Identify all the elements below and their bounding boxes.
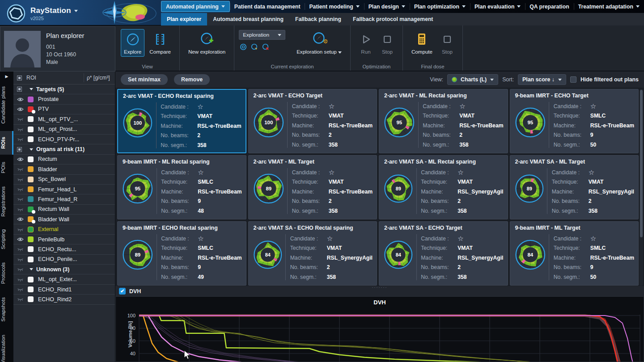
nav-tab-treatment-adaptation[interactable]: Treatment adaptation (574, 1, 644, 12)
candidate-star-icon[interactable]: ☆ (459, 103, 465, 109)
compute-button[interactable]: Compute (408, 29, 436, 57)
stop-optimization-button[interactable]: Stop (377, 29, 397, 57)
remove-button[interactable]: Remove (174, 74, 210, 85)
side-tab-candidate-plans[interactable]: Candidate plans (0, 80, 13, 130)
collapse-arrow-icon[interactable]: ▶ (0, 72, 13, 80)
plan-card-2-arc-vmat-ml-rectal-sparing[interactable]: 2-arc VMAT - ML Rectal sparing95Candidat… (379, 89, 508, 153)
nav-tab-patient-data-management[interactable]: Patient data management (230, 1, 305, 12)
splitter-handle[interactable]: ······· (372, 285, 388, 290)
candidate-star-icon[interactable]: ☆ (327, 236, 333, 242)
roi-group-targets-5[interactable]: Targets (5) (13, 84, 115, 94)
roi-row-ml-opt-exter[interactable]: ML_opt_Exter... (13, 274, 115, 284)
explore-button[interactable]: Explore (121, 29, 144, 57)
sort-select[interactable]: Plan score ↓ (518, 74, 566, 85)
roi-row-bladder-wall[interactable]: Bladder Wall (13, 215, 115, 224)
roi-row-ml-opt-ptv[interactable]: ML_opt_PTV_... (13, 114, 115, 124)
nav-tab-plan-optimization[interactable]: Plan optimization (410, 1, 470, 12)
roi-row-echo-rind1[interactable]: ECHO_Rind1 (13, 285, 115, 295)
exploration-copy-icon[interactable] (240, 43, 247, 51)
roi-row-femur-head-r[interactable]: Femur_Head_R (13, 194, 115, 204)
candidate-star-icon[interactable]: ☆ (329, 103, 335, 109)
side-tab-protocols[interactable]: Protocols (0, 257, 13, 290)
visibility-toggle[interactable] (17, 187, 28, 192)
exploration-select[interactable]: Exploration (239, 30, 285, 40)
visibility-toggle[interactable] (17, 217, 28, 222)
visibility-toggle[interactable] (17, 257, 28, 262)
plan-card-9-beam-imrt-ml-rectal-sparing[interactable]: 9-beam IMRT - ML Rectal sparing95Candida… (117, 155, 246, 219)
plan-card-2-arc-vmat-echo-rectal-sparing[interactable]: 2-arc VMAT - ECHO Rectal sparing100Candi… (117, 89, 246, 153)
plan-card-2-arc-vmat-sa-ml-rectal-sparing[interactable]: 2-arc VMAT SA - ML Rectal sparing89Candi… (379, 155, 508, 219)
visibility-toggle[interactable] (17, 127, 28, 132)
visibility-toggle[interactable] (17, 247, 28, 252)
nav-tab-automated-planning[interactable]: Automated planning (161, 1, 230, 12)
hide-filtered-checkbox[interactable] (570, 76, 576, 83)
side-tab-scripting[interactable]: Scripting (0, 223, 13, 255)
roi-row-external[interactable]: External (13, 224, 115, 234)
roi-row-echo-penile[interactable]: ECHO_Penile... (13, 255, 115, 265)
visibility-toggle[interactable] (17, 297, 28, 302)
side-tab-visualization[interactable]: Visualization (0, 329, 13, 362)
visibility-toggle[interactable] (17, 237, 28, 242)
visibility-toggle[interactable] (17, 277, 28, 282)
side-tab-pois[interactable]: POIs (0, 156, 13, 179)
visibility-toggle[interactable] (17, 107, 28, 112)
side-tab-snapshots[interactable]: Snapshots (0, 291, 13, 328)
nav-tab-qa-preparation[interactable]: QA preparation (525, 1, 573, 12)
app-brand[interactable]: RayStation v2025 (6, 4, 78, 23)
roi-row-echo-ptv-pr[interactable]: ECHO_PTV-Pr... (13, 135, 115, 144)
visibility-toggle[interactable] (17, 197, 28, 202)
candidate-star-icon[interactable]: ☆ (198, 236, 203, 242)
plan-card-9-beam-imrt-echo-target[interactable]: 9-beam IMRT - ECHO Target95Candidate :☆T… (510, 89, 639, 153)
nav-tab-plan-design[interactable]: Plan design (364, 1, 410, 12)
candidate-star-icon[interactable]: ☆ (589, 169, 594, 176)
select-all-checkbox[interactable] (17, 76, 22, 80)
roi-row-bladder[interactable]: Bladder (13, 164, 115, 174)
roi-row-rectum[interactable]: Rectum (13, 155, 115, 164)
roi-row-femur-head-l[interactable]: Femur_Head_L (13, 185, 115, 194)
dvh-plot[interactable] (116, 297, 644, 362)
plan-card-2-arc-vmat-sa-ml-target[interactable]: 2-arc VMAT SA - ML Target89Candidate :☆T… (510, 155, 639, 219)
visibility-toggle[interactable] (17, 177, 28, 182)
visibility-toggle[interactable] (17, 137, 28, 142)
exploration-edit-icon[interactable] (251, 43, 258, 51)
cards-scrollbar[interactable] (640, 89, 643, 286)
subnav-tab-plan-explorer[interactable]: Plan explorer (161, 13, 207, 25)
nav-tab-patient-modeling[interactable]: Patient modeling (305, 1, 364, 12)
set-minmax-button[interactable]: Set min/max (121, 74, 168, 85)
subnav-tab-fallback-planning[interactable]: Fallback planning (289, 13, 347, 25)
exploration-delete-icon[interactable] (262, 43, 269, 51)
roi-row-ml-opt-prost[interactable]: ML_opt_Prost... (13, 125, 115, 135)
visibility-toggle[interactable] (17, 167, 28, 172)
candidate-star-icon[interactable]: ☆ (458, 236, 463, 242)
plan-card-2-arc-vmat-sa-echo-rectal-sparing[interactable]: 2-arc VMAT SA - ECHO Rectal sparing84Can… (248, 221, 377, 286)
subnav-tab-automated-breast-planning[interactable]: Automated breast planning (207, 13, 289, 25)
visibility-toggle[interactable] (17, 207, 28, 212)
roi-row-rectum-wall[interactable]: Rectum Wall (13, 205, 115, 215)
candidate-star-icon[interactable]: ☆ (197, 104, 203, 110)
roi-row-echo-rectu[interactable]: ECHO_Rectu... (13, 244, 115, 254)
group-checkbox[interactable] (17, 87, 22, 92)
nav-tab-plan-evaluation[interactable]: Plan evaluation (470, 1, 525, 12)
roi-row-prostate[interactable]: Prostate (13, 94, 115, 104)
candidate-star-icon[interactable]: ☆ (198, 169, 203, 176)
plan-card-2-arc-vmat-echo-target[interactable]: 2-arc VMAT - ECHO Target100Candidate :☆T… (248, 89, 377, 153)
stop-final-dose-button[interactable]: Stop (437, 29, 457, 57)
visibility-toggle[interactable] (17, 117, 28, 122)
plan-card-2-arc-vmat-ml-target[interactable]: 2-arc VMAT - ML Target89Candidate :☆Tech… (248, 155, 377, 219)
candidate-star-icon[interactable]: ☆ (458, 169, 463, 176)
roi-row-ptv[interactable]: PTV (13, 105, 115, 114)
new-exploration-button[interactable]: New exploration (185, 29, 229, 57)
plan-card-9-beam-imrt-echo-rectal-sparing[interactable]: 9-beam IMRT - ECHO Rectal sparing89Candi… (117, 221, 246, 286)
roi-row-spc-bowel[interactable]: Spc_Bowel (13, 175, 115, 185)
group-checkbox[interactable] (17, 147, 22, 152)
roi-group-organs-at-risk-11[interactable]: Organs at risk (11) (13, 144, 115, 154)
plan-card-2-arc-vmat-sa-echo-target[interactable]: 2-arc VMAT SA - ECHO Target84Candidate :… (379, 221, 508, 286)
run-button[interactable]: Run (356, 29, 376, 57)
cards-scrollbar-thumb[interactable] (640, 90, 643, 237)
side-tab-rois[interactable]: ROIs (0, 131, 13, 155)
view-select[interactable]: Charts (L) (447, 74, 498, 85)
subnav-tab-fallback-protocol-management[interactable]: Fallback protocol management (347, 13, 439, 25)
roi-group-unknown-3[interactable]: Unknown (3) (13, 265, 115, 274)
visibility-toggle[interactable] (17, 157, 28, 162)
candidate-star-icon[interactable]: ☆ (590, 103, 596, 109)
